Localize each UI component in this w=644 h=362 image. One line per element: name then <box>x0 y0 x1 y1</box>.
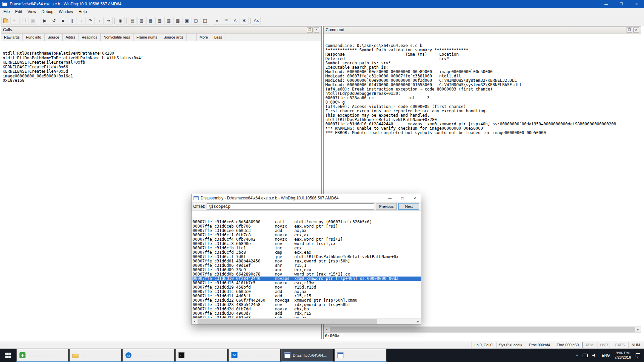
frame-nums-button[interactable]: Frame nums <box>133 34 161 41</box>
taskbar-app-cmd[interactable]: Command Prompt <box>175 349 228 362</box>
disassembly-titlebar[interactable]: Disassembly - D:\asm\cc\x64\x64.exe s.c … <box>192 194 421 202</box>
menu-edit[interactable]: Edit <box>12 8 25 15</box>
stack-frame[interactable]: image00000000_00e50000+0x16c1 <box>3 74 320 79</box>
taskbar-app-explorer-x64[interactable]: x64 <box>69 349 122 362</box>
status-asm: ASM <box>582 342 596 348</box>
copy-button[interactable]: ❐ <box>19 17 28 25</box>
watch-window-button[interactable]: ▥ <box>137 17 146 25</box>
menu-file[interactable]: File <box>1 8 12 15</box>
taskbar-app-label: X64 Project - Sourc... <box>134 353 172 357</box>
stack-frame[interactable]: KERNELBASE!CreateFileW+0x66 <box>3 65 320 70</box>
maximize-button[interactable]: □ <box>396 194 409 202</box>
taskbar-app-browser[interactable]: X64 Project - Sourc... <box>122 349 175 362</box>
touch-keyboard-icon[interactable] <box>580 349 590 362</box>
float-window-icon[interactable]: ❐ <box>307 27 313 33</box>
call-stack-window-button[interactable]: ▩ <box>173 17 182 25</box>
float-window-icon[interactable]: ❐ <box>627 27 632 33</box>
registers-window-button[interactable]: ▧ <box>155 17 164 25</box>
restart-button[interactable]: ↺ <box>50 17 58 25</box>
app-titlebar[interactable]: D:\asm\cc\x64\x64.exe s.c b - WinDbg:10.… <box>0 0 644 8</box>
toolbar-separator[interactable] <box>210 17 212 25</box>
menu-view[interactable]: View <box>25 8 39 15</box>
menu-help[interactable]: Help <box>76 8 90 15</box>
scroll-left-icon[interactable]: ◂ <box>324 326 329 332</box>
options-button[interactable]: ✱ <box>240 17 249 25</box>
command-titlebar[interactable]: Command ❐ ✕ <box>324 26 641 34</box>
toolbar-separator[interactable] <box>125 17 128 25</box>
less-button[interactable]: Less <box>211 34 225 41</box>
disassembly-window-button[interactable]: ▣ <box>182 17 191 25</box>
paste-button[interactable]: ▣ <box>29 17 37 25</box>
previous-button[interactable]: Previous <box>376 203 397 210</box>
action-center-icon[interactable] <box>633 349 643 362</box>
stack-frame[interactable]: 0x187e158 <box>3 78 320 83</box>
scroll-right-icon[interactable]: ▸ <box>635 326 641 332</box>
number-format-button[interactable]: ¹⁰ <box>222 17 230 25</box>
command-window-button[interactable]: ▤ <box>128 17 137 25</box>
source-mode-button[interactable]: ≡ <box>213 17 221 25</box>
taskbar-app-mail[interactable]: Mail - ... - Outlook ... <box>228 349 281 362</box>
stack-frame[interactable]: ntdll!RtlDosPathNameToRelativeNtPathName… <box>3 56 320 61</box>
scroll-right-icon[interactable]: ▸ <box>415 318 421 324</box>
stack-frame[interactable]: KERNELBASE!CreateFileA+0x5d <box>3 69 320 74</box>
close-panel-icon[interactable]: ✕ <box>314 27 319 33</box>
scratch-pad-button[interactable]: ▢ <box>192 17 200 25</box>
break-button[interactable]: ∥ <box>68 17 76 25</box>
step-over-button[interactable]: ↷ <box>86 17 95 25</box>
addrs-button[interactable]: Addrs <box>63 34 79 41</box>
disassembly-row[interactable]: 00007ffe`c31d6d33 662bd8 sub bx,ax <box>193 316 421 318</box>
run-to-cursor-button[interactable]: ⇥ <box>104 17 113 25</box>
calls-titlebar[interactable]: Calls ❐ ✕ <box>1 26 321 34</box>
font-button[interactable]: A <box>231 17 239 25</box>
taskbar-app-windbg-1[interactable]: D:\asm\cc\x64\x64.... <box>281 349 334 362</box>
stack-frame[interactable]: KERNELBASE!CreateFileInternal+0xfb <box>3 60 320 65</box>
go-button[interactable]: ▶ <box>41 17 49 25</box>
more-button[interactable]: More <box>196 34 211 41</box>
memory-window-button[interactable]: ▨ <box>164 17 173 25</box>
toolbar-separator[interactable] <box>113 17 116 25</box>
scroll-left-icon[interactable]: ◂ <box>192 318 197 324</box>
font-size-button[interactable]: Aᴀ <box>252 17 261 25</box>
source-args-button[interactable]: Source args <box>160 34 186 41</box>
volume-icon[interactable] <box>590 349 599 362</box>
command-input[interactable] <box>339 333 641 339</box>
toolbar-separator[interactable] <box>249 17 252 25</box>
next-button[interactable]: Next <box>398 203 419 210</box>
raw-args-button[interactable]: Raw args <box>1 34 23 41</box>
breakpoint-button[interactable]: ◉ <box>116 17 125 25</box>
stack-frame[interactable]: ntdll!RtlDosPathNameToRelativeNtPathName… <box>3 51 320 56</box>
nonvolatile-regs-button[interactable]: Nonvolatile regs <box>101 34 133 41</box>
cut-button[interactable]: ✂ <box>10 17 19 25</box>
scrollbar-thumb[interactable] <box>330 327 635 332</box>
taskbar-app-emule[interactable]: eMule v0.50a Xtre... <box>16 349 69 362</box>
offset-toolbar: Offset: @$scopeip Previous Next <box>192 202 421 211</box>
minimize-button[interactable]: — <box>599 0 614 8</box>
minimize-button[interactable]: — <box>384 194 396 202</box>
status-indicators: Ln 0, Col 0Sys 0:<Local>Proc 000:af4Thrd… <box>472 342 643 348</box>
menu-window[interactable]: Window <box>56 8 76 15</box>
disassembly-horizontal-scrollbar[interactable]: ◂ ▸ <box>192 318 421 324</box>
close-button[interactable]: ✕ <box>629 0 644 8</box>
step-out-button[interactable]: ↑ <box>95 17 104 25</box>
command-horizontal-scrollbar[interactable]: ◂ ▸ <box>324 326 641 332</box>
taskbar-app-windbg-2[interactable]: D:\asm\cc\x64\x64.... <box>334 349 387 362</box>
stop-debugging-button[interactable]: ■ <box>59 17 67 25</box>
func-info-button[interactable]: Func info <box>23 34 44 41</box>
step-into-button[interactable]: ↓ <box>77 17 86 25</box>
open-source-file-button[interactable] <box>1 17 10 25</box>
restore-button[interactable]: ❐ <box>614 0 629 8</box>
close-panel-icon[interactable]: ✕ <box>633 27 639 33</box>
menu-debug[interactable]: Debug <box>39 8 56 15</box>
close-button[interactable]: ✕ <box>409 194 421 202</box>
toolbar-separator[interactable] <box>38 17 40 25</box>
offset-input[interactable]: @$scopeip <box>207 203 374 210</box>
hidden-icons-chevron-icon[interactable]: ∧ <box>574 349 581 362</box>
language-indicator[interactable]: ENG <box>599 349 612 362</box>
source-button[interactable]: Source <box>45 34 63 41</box>
clock[interactable]: 9:06 PM 7/26/2016 <box>612 349 633 362</box>
locals-window-button[interactable]: ▦ <box>146 17 155 25</box>
start-button[interactable] <box>0 349 16 362</box>
headings-button[interactable]: Headings <box>78 34 100 41</box>
scrollbar-thumb[interactable] <box>198 319 377 324</box>
processes-threads-button[interactable]: ◫ <box>201 17 209 25</box>
